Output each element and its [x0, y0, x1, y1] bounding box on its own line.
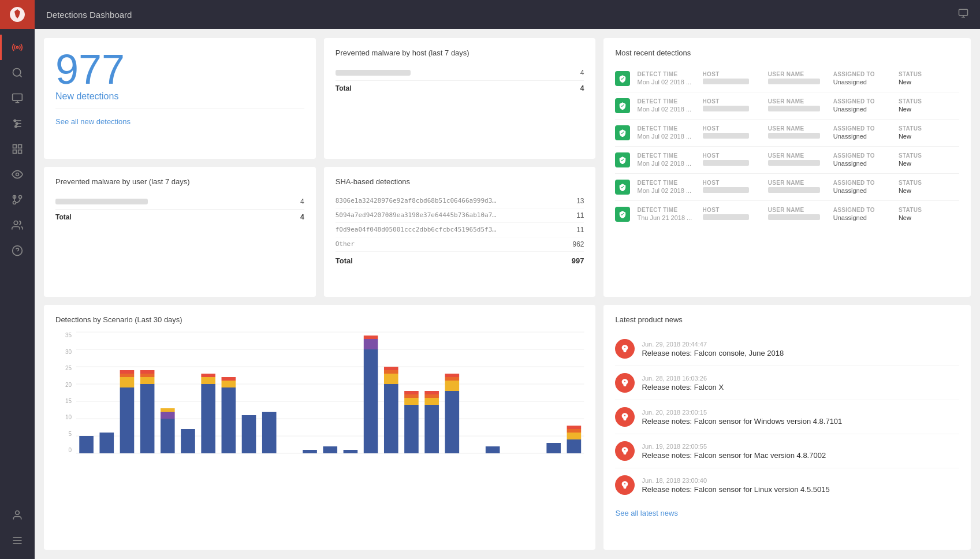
- see-all-news-link[interactable]: See all latest news: [615, 509, 959, 517]
- sha-rows: 8306e1a32428976e92af8cbd68b51c06466a999d…: [336, 194, 584, 252]
- users-icon: [12, 219, 23, 231]
- bar-segment: [181, 429, 195, 453]
- sha-hash: f0d9ea04f048d05001ccc2dbb6cfcbc451965d5f…: [336, 226, 497, 234]
- news-title[interactable]: Release notes: Falcon X: [642, 383, 959, 392]
- malware-host-total-value: 4: [580, 84, 584, 92]
- detection-count: 977: [55, 49, 304, 90]
- detection-time-col: DETECT TIME Mon Jul 02 2018 ...: [637, 98, 698, 113]
- detection-user-col: USER NAME: [768, 152, 829, 166]
- detect-time-header: DETECT TIME: [637, 180, 698, 186]
- assigned-value: Unassigned: [833, 133, 894, 140]
- sidebar-item-activity[interactable]: [0, 35, 35, 60]
- svg-point-18: [19, 196, 22, 199]
- y-label-30: 30: [55, 349, 72, 355]
- news-title[interactable]: Release notes: Falcon sensor for Mac ver…: [642, 451, 959, 460]
- sidebar-item-support[interactable]: [0, 238, 35, 263]
- detection-status-col: STATUS New: [899, 71, 959, 85]
- chart-area: 0 5 10 15 20 25 30 35: [55, 332, 584, 465]
- bar-segment: [99, 433, 114, 453]
- user-header: USER NAME: [768, 152, 829, 159]
- bar-segment: [567, 426, 582, 429]
- sidebar-item-hosts[interactable]: [0, 85, 35, 111]
- sidebar-item-intelligence[interactable]: [0, 162, 35, 187]
- detect-time-value: Mon Jul 02 2018 ...: [637, 79, 698, 85]
- assigned-value: Unassigned: [833, 214, 894, 221]
- bar-segment: [445, 391, 460, 453]
- sidebar-item-dashboard[interactable]: [0, 136, 35, 162]
- bar-segment: [424, 394, 439, 398]
- status-header: STATUS: [899, 180, 959, 186]
- detection-assigned-col: ASSIGNED TO Unassigned: [833, 207, 894, 221]
- detect-time-header: DETECT TIME: [637, 207, 698, 213]
- news-title[interactable]: Release notes: Falcon sensor for Linux v…: [642, 485, 959, 494]
- status-header: STATUS: [899, 125, 959, 132]
- sidebar-item-search[interactable]: [0, 60, 35, 85]
- detection-label: New detections: [55, 91, 304, 102]
- sha-hash: Other: [336, 240, 355, 248]
- detection-host-col: HOST: [703, 152, 763, 166]
- chart-plot-area: [76, 332, 584, 465]
- bar-segment: [486, 446, 500, 453]
- news-icon: [615, 339, 635, 359]
- user-value: [768, 79, 820, 84]
- assigned-value: Unassigned: [833, 160, 894, 167]
- user-icon: [12, 509, 23, 521]
- sidebar-item-settings-bottom[interactable]: [0, 528, 35, 553]
- bar-segment: [140, 384, 155, 453]
- host-value: [703, 160, 749, 166]
- news-item: Jun. 19, 2018 22:00:55 Release notes: Fa…: [615, 434, 959, 468]
- bar-segment: [161, 419, 175, 453]
- sidebar-item-profile[interactable]: [0, 502, 35, 528]
- status-value: New: [899, 106, 959, 113]
- sidebar-item-users[interactable]: [0, 213, 35, 238]
- detect-time-header: DETECT TIME: [637, 71, 698, 77]
- svg-rect-28: [959, 9, 968, 16]
- radio-icon: [12, 42, 23, 53]
- malware-host-value-1: 4: [580, 69, 584, 77]
- recent-detections-card: Most recent detections DETECT TIME Mon J…: [603, 38, 971, 297]
- malware-user-value-1: 4: [300, 197, 304, 206]
- logo[interactable]: [0, 0, 35, 29]
- sha-count: 13: [576, 197, 584, 205]
- malware-by-host-card: Prevented malware by host (last 7 days) …: [324, 38, 596, 159]
- sha-hash: 8306e1a32428976e92af8cbd68b51c06466a999d…: [336, 197, 497, 205]
- news-icon: [615, 475, 635, 495]
- bar-segment: [546, 443, 561, 453]
- host-header: HOST: [703, 180, 763, 186]
- bar-segment: [140, 377, 155, 384]
- news-title[interactable]: Release notes: Falcon sensor for Windows…: [642, 417, 959, 426]
- shield-icon: [618, 183, 627, 191]
- svg-point-1: [13, 69, 21, 76]
- bar-segment: [445, 377, 460, 381]
- sidebar-item-workflow[interactable]: [0, 187, 35, 213]
- header-title: Detections Dashboard: [46, 10, 132, 20]
- malware-user-total-label: Total: [55, 213, 72, 221]
- sha-row: 5094a7ed94207089ea3198e37e64445b736ab10a…: [336, 208, 584, 223]
- bar-segment: [120, 370, 135, 374]
- logo-icon: [9, 6, 26, 23]
- detection-shield-col: [615, 180, 632, 195]
- host-value: [703, 187, 749, 193]
- malware-user-row-1: 4: [55, 194, 304, 210]
- sha-count: 11: [576, 211, 584, 219]
- y-label-5: 5: [55, 431, 72, 437]
- detection-status-col: STATUS New: [899, 125, 959, 140]
- detection-shield: [615, 180, 630, 195]
- news-title[interactable]: Release notes: Falcon console, June 2018: [642, 349, 959, 357]
- y-label-20: 20: [55, 382, 72, 388]
- bar-segment: [201, 384, 215, 453]
- sidebar-item-filter[interactable]: [0, 111, 35, 136]
- user-value: [768, 106, 820, 111]
- see-all-detections-link[interactable]: See all new detections: [55, 117, 131, 126]
- host-header: HOST: [703, 71, 763, 77]
- malware-user-total-row: Total 4: [55, 210, 304, 225]
- bar-segment: [424, 398, 439, 405]
- bar-segment: [344, 450, 358, 453]
- user-header: USER NAME: [768, 207, 829, 213]
- detect-time-value: Mon Jul 02 2018 ...: [637, 160, 698, 167]
- header-monitor-icon[interactable]: [958, 8, 968, 21]
- user-value: [768, 214, 820, 220]
- product-news-title: Latest product news: [615, 315, 959, 324]
- sha-detections-card: SHA-based detections 8306e1a32428976e92a…: [324, 167, 596, 297]
- product-news-card: Latest product news Jun. 29, 2018 20:44:…: [603, 305, 971, 550]
